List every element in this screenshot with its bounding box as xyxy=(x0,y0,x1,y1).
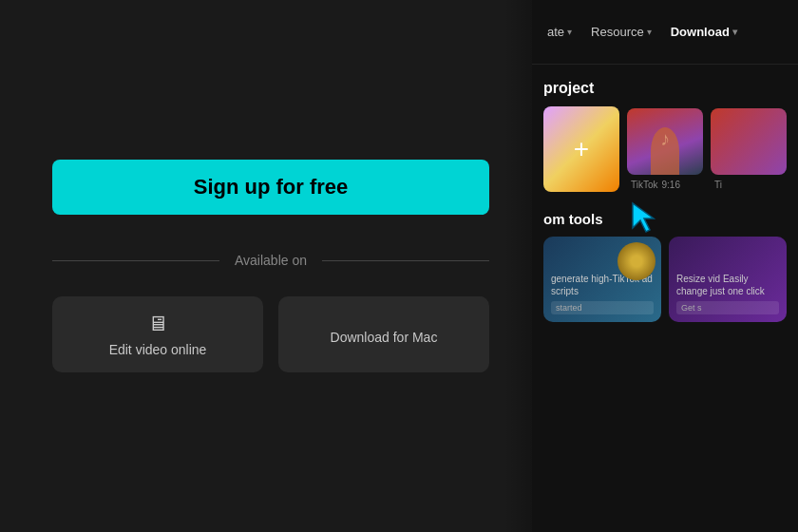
download-mac-label: Download for Mac xyxy=(331,330,438,345)
signup-button[interactable]: Sign up for free xyxy=(52,160,489,215)
nav-resource[interactable]: Resource ▾ xyxy=(583,19,659,45)
resize-tool-cta[interactable]: Get s xyxy=(676,301,779,314)
nav-download-chevron: ▾ xyxy=(732,27,737,37)
tiktok-thumb-card[interactable]: ♪ TikTok9:16 xyxy=(627,108,703,190)
nav-download-label: Download xyxy=(671,25,730,39)
monitor-icon: 🖥 xyxy=(147,312,168,336)
resize-tool-card[interactable]: Resize vid Easily change just one click … xyxy=(669,237,787,322)
divider-left xyxy=(52,260,219,261)
script-tool-cta[interactable]: started xyxy=(551,301,654,314)
extra-thumb-card[interactable]: Ti xyxy=(711,108,787,190)
tiktok-thumbnail: ♪ xyxy=(627,108,703,175)
download-mac-button[interactable]: Download for Mac xyxy=(278,296,489,372)
extra-label: Ti xyxy=(711,179,787,190)
available-on-label: Available on xyxy=(235,253,307,268)
nav-resource-chevron: ▾ xyxy=(647,27,652,37)
tools-row: generate high-TikTok ad scripts started … xyxy=(532,237,798,322)
resize-tool-label: Resize vid Easily change just one click xyxy=(676,273,779,297)
thumbnails-row: + ♪ TikTok9:16 Ti xyxy=(532,106,798,192)
extra-thumbnail xyxy=(711,108,787,175)
platform-buttons-row: 🖥 Edit video online Download for Mac xyxy=(52,296,489,372)
nav-create-chevron: ▾ xyxy=(567,27,572,37)
svg-marker-0 xyxy=(633,203,654,232)
add-project-card[interactable]: + xyxy=(543,106,619,192)
tiktok-logo-icon: ♪ xyxy=(660,128,670,150)
nav-create[interactable]: ate ▾ xyxy=(540,19,580,45)
nav-resource-label: Resource xyxy=(591,25,644,39)
project-title: project xyxy=(532,65,798,106)
script-tool-card[interactable]: generate high-TikTok ad scripts started xyxy=(543,237,661,322)
divider-right xyxy=(322,260,489,261)
jewelry-icon xyxy=(618,242,656,280)
edit-online-button[interactable]: 🖥 Edit video online xyxy=(52,296,263,372)
right-nav: ate ▾ Resource ▾ Download ▾ xyxy=(532,0,798,65)
available-on-row: Available on xyxy=(52,253,489,268)
tools-title: om tools xyxy=(532,211,798,237)
nav-create-label: ate xyxy=(547,25,564,39)
right-panel: ate ▾ Resource ▾ Download ▾ project + xyxy=(532,0,798,532)
tiktok-label: TikTok9:16 xyxy=(627,179,703,190)
plus-icon: + xyxy=(574,134,589,164)
nav-download[interactable]: Download ▾ xyxy=(663,19,745,45)
left-panel: Sign up for free Available on 🖥 Edit vid… xyxy=(0,0,542,532)
edit-online-label: Edit video online xyxy=(109,342,207,357)
